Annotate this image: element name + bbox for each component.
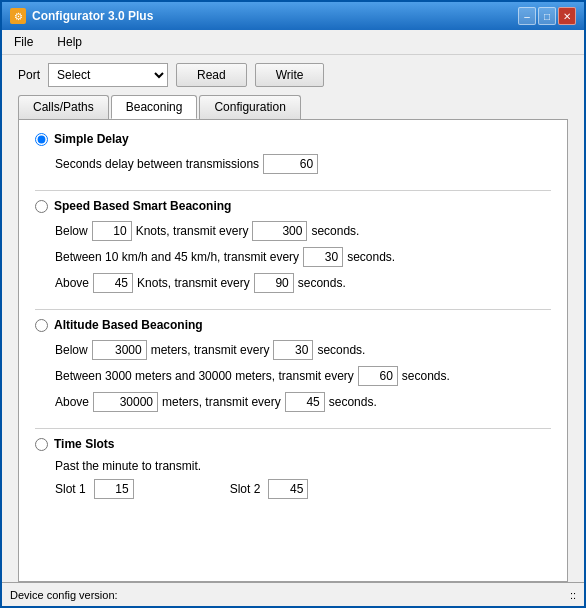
divider-3 <box>35 428 551 429</box>
speed-above-seconds-value[interactable] <box>254 273 294 293</box>
between-label-1: Between 10 km/h and 45 km/h, transmit ev… <box>55 250 299 264</box>
status-dots: :: <box>570 589 576 601</box>
speed-above-knots-value[interactable] <box>93 273 133 293</box>
simple-delay-value[interactable] <box>263 154 318 174</box>
port-label: Port <box>18 68 40 82</box>
below-label-1: Below <box>55 224 88 238</box>
title-buttons: – □ ✕ <box>518 7 576 25</box>
write-button[interactable]: Write <box>255 63 325 87</box>
menu-help[interactable]: Help <box>53 33 86 51</box>
altitude-based-radio-label[interactable]: Altitude Based Beaconing <box>35 318 551 332</box>
content-area: Simple Delay Seconds delay between trans… <box>18 119 568 582</box>
maximize-button[interactable]: □ <box>538 7 556 25</box>
above-meters-text: meters, transmit every <box>162 395 281 409</box>
time-slots-radio[interactable] <box>35 438 48 451</box>
speed-above-row: Above Knots, transmit every seconds. <box>35 273 551 293</box>
below-meters-text: meters, transmit every <box>151 343 270 357</box>
time-slots-radio-label[interactable]: Time Slots <box>35 437 551 451</box>
slot2-label: Slot 2 <box>230 482 261 496</box>
speed-below-knots-value[interactable] <box>92 221 132 241</box>
port-select[interactable]: Select <box>48 63 168 87</box>
below-label-2: Below <box>55 343 88 357</box>
status-bar: Device config version: :: <box>2 582 584 606</box>
time-slots-row: Slot 1 Slot 2 <box>35 479 551 499</box>
speed-below-row: Below Knots, transmit every seconds. <box>35 221 551 241</box>
title-bar: ⚙ Configurator 3.0 Plus – □ ✕ <box>2 2 584 30</box>
past-minute-text: Past the minute to transmit. <box>55 459 201 473</box>
simple-delay-radio-label[interactable]: Simple Delay <box>35 132 551 146</box>
window-title: Configurator 3.0 Plus <box>32 9 153 23</box>
speed-based-radio-label[interactable]: Speed Based Smart Beaconing <box>35 199 551 213</box>
toolbar: Port Select Read Write <box>2 55 584 95</box>
speed-below-seconds-value[interactable] <box>252 221 307 241</box>
simple-delay-radio[interactable] <box>35 133 48 146</box>
app-icon: ⚙ <box>10 8 26 24</box>
simple-delay-row: Seconds delay between transmissions <box>35 154 551 174</box>
speed-between-value[interactable] <box>303 247 343 267</box>
seconds-delay-label: Seconds delay between transmissions <box>55 157 259 171</box>
between-text-1: seconds. <box>347 250 395 264</box>
above-label-2: Above <box>55 395 89 409</box>
between-text-2: seconds. <box>402 369 450 383</box>
divider-2 <box>35 309 551 310</box>
tab-beaconing[interactable]: Beaconing <box>111 95 198 119</box>
alt-above-meters-value[interactable] <box>93 392 158 412</box>
above-knots-text: Knots, transmit every <box>137 276 250 290</box>
slot2-value[interactable] <box>268 479 308 499</box>
above-seconds-text-2: seconds. <box>329 395 377 409</box>
tabs-bar: Calls/Paths Beaconing Configuration <box>2 95 584 119</box>
alt-above-seconds-value[interactable] <box>285 392 325 412</box>
menu-file[interactable]: File <box>10 33 37 51</box>
alt-below-meters-value[interactable] <box>92 340 147 360</box>
tab-configuration[interactable]: Configuration <box>199 95 300 119</box>
slot1-label: Slot 1 <box>55 482 86 496</box>
slot1-value[interactable] <box>94 479 134 499</box>
alt-between-value[interactable] <box>358 366 398 386</box>
above-seconds-text-1: seconds. <box>298 276 346 290</box>
tab-calls-paths[interactable]: Calls/Paths <box>18 95 109 119</box>
alt-below-row: Below meters, transmit every seconds. <box>35 340 551 360</box>
speed-based-radio[interactable] <box>35 200 48 213</box>
alt-below-seconds-value[interactable] <box>273 340 313 360</box>
speed-between-row: Between 10 km/h and 45 km/h, transmit ev… <box>35 247 551 267</box>
status-text: Device config version: <box>10 589 118 601</box>
title-bar-left: ⚙ Configurator 3.0 Plus <box>10 8 153 24</box>
between-label-2: Between 3000 meters and 30000 meters, tr… <box>55 369 354 383</box>
speed-based-section: Speed Based Smart Beaconing Below Knots,… <box>35 199 551 293</box>
above-label-1: Above <box>55 276 89 290</box>
simple-delay-section: Simple Delay Seconds delay between trans… <box>35 132 551 174</box>
alt-between-row: Between 3000 meters and 30000 meters, tr… <box>35 366 551 386</box>
minimize-button[interactable]: – <box>518 7 536 25</box>
altitude-based-radio[interactable] <box>35 319 48 332</box>
altitude-based-section: Altitude Based Beaconing Below meters, t… <box>35 318 551 412</box>
divider-1 <box>35 190 551 191</box>
alt-above-row: Above meters, transmit every seconds. <box>35 392 551 412</box>
below-knots-text: Knots, transmit every <box>136 224 249 238</box>
time-slots-section: Time Slots Past the minute to transmit. … <box>35 437 551 499</box>
main-window: ⚙ Configurator 3.0 Plus – □ ✕ File Help … <box>0 0 586 608</box>
time-slots-past-row: Past the minute to transmit. <box>35 459 551 473</box>
close-button[interactable]: ✕ <box>558 7 576 25</box>
below-seconds-text-2: seconds. <box>317 343 365 357</box>
read-button[interactable]: Read <box>176 63 247 87</box>
below-seconds-text-1: seconds. <box>311 224 359 238</box>
menu-bar: File Help <box>2 30 584 55</box>
